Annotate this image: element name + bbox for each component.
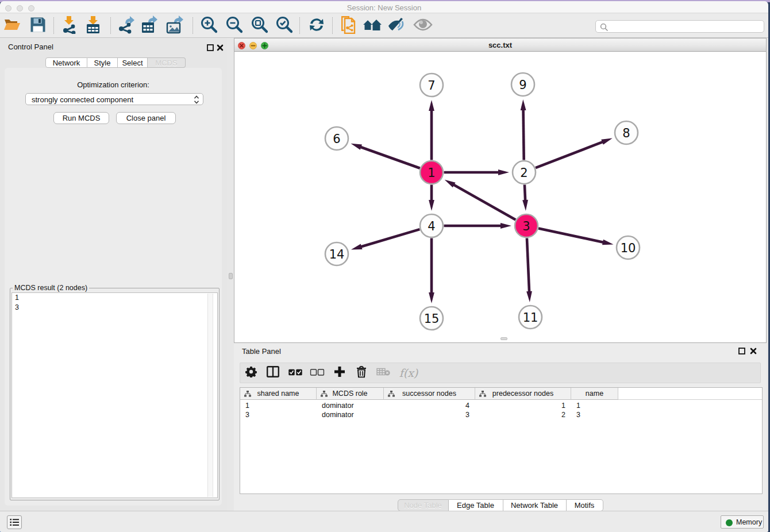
tab-edge-table[interactable]: Edge Table [449, 499, 503, 511]
refresh-layout-icon[interactable] [308, 17, 325, 35]
graph-edge-2-9[interactable] [523, 109, 524, 160]
table-cell[interactable]: 1 [576, 401, 618, 410]
float-panel-icon[interactable] [207, 43, 214, 53]
column-header-label: predecessor nodes [475, 390, 571, 398]
graph-arrowhead [601, 138, 612, 144]
column-header-MCDS-role[interactable]: MCDS role [317, 388, 384, 400]
table-cell[interactable]: dominator [322, 401, 384, 410]
toolbar-separator [332, 17, 333, 34]
graph-arrowhead [429, 292, 434, 303]
toolbar-separator [110, 17, 111, 34]
graph-node-label: 3 [522, 219, 530, 233]
search-icon [600, 23, 609, 32]
column-header-successor-nodes[interactable]: successor nodes [384, 388, 475, 400]
zoom-selected-icon[interactable] [275, 16, 292, 36]
task-history-button[interactable] [7, 515, 22, 529]
graph-node-label: 1 [428, 166, 435, 180]
close-panel-button[interactable]: Close panel [116, 112, 176, 124]
graph-node-label: 14 [329, 248, 345, 261]
save-session-icon[interactable] [30, 17, 46, 34]
mcds-result-list[interactable]: 13 [11, 292, 218, 498]
graph-edge-2-3[interactable] [525, 184, 525, 201]
column-header-predecessor-nodes[interactable]: predecessor nodes [475, 388, 571, 400]
memory-button-label: Memory [736, 518, 762, 526]
select-all-columns-icon[interactable] [288, 368, 303, 378]
table-cell[interactable]: dominator [322, 410, 384, 419]
show-all-icon[interactable] [413, 18, 433, 34]
table-header-row: shared nameMCDS rolesuccessor nodesprede… [240, 388, 762, 400]
close-table-panel-icon[interactable] [750, 346, 757, 357]
tab-node-table[interactable]: Node Table [398, 499, 449, 511]
function-builder-icon[interactable]: f(x) [399, 367, 418, 379]
delete-table-icon[interactable] [376, 368, 390, 378]
graph-edge-4-14[interactable] [360, 229, 419, 247]
tab-network-table[interactable]: Network Table [503, 499, 567, 511]
float-table-panel-icon[interactable] [738, 346, 745, 357]
table-cell[interactable]: 3 [576, 410, 618, 419]
zoom-in-icon[interactable] [200, 16, 217, 36]
export-network-icon[interactable] [118, 16, 135, 36]
graph-edge-3-10[interactable] [538, 229, 604, 242]
graph-edge-1-6[interactable] [360, 147, 419, 168]
hide-selected-icon[interactable] [387, 17, 407, 35]
export-image-icon[interactable] [166, 16, 184, 36]
search-box [595, 20, 764, 33]
toolbar-separator [299, 17, 300, 34]
tab-select[interactable]: Select [118, 57, 148, 68]
graph-arrowhead [429, 100, 434, 111]
horizontal-splitter-handle[interactable] [500, 337, 507, 340]
graph-node-label: 7 [428, 79, 435, 92]
control-panel: Control Panel Network Style Select MCDS … [0, 38, 227, 511]
export-table-icon[interactable] [141, 16, 159, 36]
mcds-result-item[interactable]: 1 [12, 293, 217, 303]
tab-mcds[interactable]: MCDS [148, 57, 186, 68]
show-column-panel-icon[interactable] [267, 366, 279, 380]
delete-row-icon[interactable] [356, 366, 367, 380]
tab-motifs[interactable]: Motifs [567, 499, 603, 511]
import-table-icon[interactable] [85, 16, 101, 36]
network-canvas[interactable]: 1234678910111415 [234, 52, 766, 342]
table-cell[interactable]: 3 [384, 410, 469, 419]
column-header-name[interactable]: name [571, 388, 618, 400]
table-toolbar: f(x) [240, 363, 761, 383]
table-cell[interactable]: 1 [245, 401, 317, 410]
mcds-result-item[interactable]: 3 [12, 303, 217, 313]
table-cell[interactable]: 4 [384, 401, 469, 410]
graph-arrowhead [526, 291, 532, 302]
open-file-icon[interactable] [3, 17, 21, 34]
table-cell[interactable]: 2 [475, 410, 565, 419]
import-network-icon[interactable] [60, 16, 78, 36]
new-network-from-selection-icon[interactable] [340, 16, 357, 36]
first-neighbors-icon[interactable] [363, 17, 382, 34]
table-cell[interactable]: 3 [245, 410, 317, 419]
mcds-result-scrollbar[interactable] [207, 294, 213, 497]
search-input[interactable] [610, 21, 761, 32]
tab-network[interactable]: Network [45, 57, 87, 68]
column-header-label: successor nodes [384, 390, 475, 398]
network-window-titlebar: scc.txt [234, 38, 766, 52]
close-panel-icon[interactable] [217, 43, 224, 53]
table-cell[interactable]: 1 [475, 401, 565, 410]
criterion-dropdown[interactable]: strongly connected component [25, 93, 203, 105]
network-view-window: scc.txt 1234678910111415 [234, 38, 767, 343]
window-titlebar: Session: New Session [0, 1, 768, 13]
table-options-gear-icon[interactable] [245, 366, 257, 380]
criterion-dropdown-value: strongly connected component [32, 95, 133, 104]
mcds-result-title: MCDS result (2 nodes) [13, 284, 89, 292]
memory-button[interactable]: Memory [721, 515, 764, 529]
zoom-fit-icon[interactable] [251, 16, 268, 36]
zoom-out-icon[interactable] [225, 16, 242, 36]
graph-edge-2-8[interactable] [536, 142, 603, 168]
graph-edge-3-1[interactable] [453, 184, 515, 219]
window-title: Session: New Session [0, 3, 768, 12]
column-header-shared-name[interactable]: shared name [240, 388, 317, 400]
run-mcds-button[interactable]: Run MCDS [53, 112, 109, 124]
add-row-icon[interactable] [334, 366, 345, 380]
unselect-all-columns-icon[interactable] [310, 368, 325, 378]
tab-style[interactable]: Style [87, 57, 118, 68]
status-bar: Memory [0, 511, 768, 532]
graph-node-label: 9 [519, 78, 526, 92]
vertical-splitter-handle[interactable] [229, 273, 233, 279]
graph-node-label: 15 [424, 312, 440, 326]
graph-edge-3-11[interactable] [527, 238, 529, 292]
